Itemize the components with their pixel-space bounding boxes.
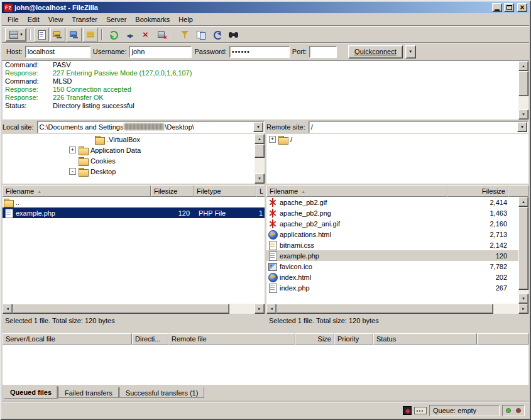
menu-item-transfer[interactable]: Transfer xyxy=(67,14,102,25)
local-tree-icon xyxy=(53,30,63,39)
port-input[interactable] xyxy=(309,46,337,58)
column-header-filetype[interactable]: Filetype xyxy=(194,185,256,197)
maximize-icon xyxy=(506,5,512,10)
remote-site-combo[interactable]: / ▼ xyxy=(309,121,528,133)
column-header-size[interactable]: Size xyxy=(295,333,334,345)
directory-comparison-button[interactable] xyxy=(194,28,209,41)
toggle-local-tree-button[interactable] xyxy=(50,28,65,41)
password-input[interactable] xyxy=(229,46,290,58)
tree-item-application-data[interactable]: + Application Data xyxy=(3,145,265,155)
image-file-icon xyxy=(268,198,278,207)
php-file-icon xyxy=(4,209,14,218)
tree-item-cookies[interactable]: Cookies xyxy=(3,155,265,166)
menu-item-bookmarks[interactable]: Bookmarks xyxy=(131,14,174,25)
column-label: Status xyxy=(376,335,396,343)
remote-file-row[interactable]: index.php267 xyxy=(266,282,528,293)
tree-item-virtualbox[interactable]: .VirtualBox xyxy=(3,134,265,145)
expand-icon[interactable]: + xyxy=(69,146,76,153)
scroll-up-icon[interactable]: ▲ xyxy=(518,61,528,71)
scroll-down-icon[interactable]: ▼ xyxy=(255,174,265,184)
remote-file-row[interactable]: apache_pb2.png1,463 xyxy=(266,207,528,218)
scrollbar-thumb[interactable] xyxy=(518,207,528,290)
toggle-remote-tree-button[interactable] xyxy=(67,28,82,41)
column-header-direction[interactable]: Directi... xyxy=(132,333,168,345)
scrollbar-thumb[interactable] xyxy=(276,304,493,314)
scroll-down-icon[interactable]: ▼ xyxy=(518,109,528,119)
column-header-filename[interactable]: Filename▲ xyxy=(266,185,447,197)
remote-file-row-selected[interactable]: example.php120 xyxy=(266,250,518,261)
tab-successful-transfers[interactable]: Successful transfers (1) xyxy=(119,387,205,398)
remote-file-row[interactable]: applications.html2,713 xyxy=(266,229,528,240)
remote-file-row[interactable]: apache_pb2.gif2,414 xyxy=(266,197,528,207)
password-label: Password: xyxy=(194,48,226,55)
username-input[interactable] xyxy=(129,46,192,58)
scroll-right-icon[interactable]: ► xyxy=(518,304,528,314)
filter-button[interactable] xyxy=(177,28,192,41)
quickconnect-button[interactable]: Quickconnect xyxy=(348,45,403,58)
transfer-queue-icon xyxy=(85,30,96,39)
scroll-up-icon[interactable]: ▲ xyxy=(518,197,528,207)
maximize-button[interactable] xyxy=(504,3,514,12)
scroll-down-icon[interactable]: ▼ xyxy=(518,294,528,304)
site-manager-button[interactable]: ▼ xyxy=(5,28,26,41)
column-header-status[interactable]: Status xyxy=(373,333,477,345)
scrollbar-thumb[interactable] xyxy=(13,304,229,314)
expand-icon[interactable]: + xyxy=(269,136,276,143)
remote-vertical-scrollbar[interactable]: ▲ ▼ xyxy=(518,197,528,304)
menu-item-edit[interactable]: Edit xyxy=(23,14,44,25)
tree-item-desktop[interactable]: - Desktop xyxy=(3,166,265,177)
column-header-filesize[interactable]: Filesize xyxy=(447,185,508,197)
cancel-transfer-button[interactable] xyxy=(138,28,153,41)
window-title: john@localhost - FileZilla xyxy=(14,4,490,11)
menu-item-view[interactable]: View xyxy=(44,14,68,25)
menu-item-help[interactable]: Help xyxy=(174,14,197,25)
menu-item-file[interactable]: File xyxy=(3,14,23,25)
find-files-button[interactable] xyxy=(226,28,241,41)
toggle-message-log-button[interactable] xyxy=(34,28,49,41)
refresh-button[interactable] xyxy=(106,28,121,41)
column-header-priority[interactable]: Priority xyxy=(334,333,373,345)
minimize-button[interactable] xyxy=(492,3,502,12)
toggle-transfer-queue-button[interactable] xyxy=(83,28,98,41)
scrollbar-thumb[interactable] xyxy=(255,144,265,158)
local-horizontal-scrollbar[interactable]: ◄ ► xyxy=(3,304,265,314)
remote-horizontal-scrollbar[interactable]: ◄ ► xyxy=(266,304,528,314)
scroll-left-icon[interactable]: ◄ xyxy=(266,304,276,314)
process-queue-button[interactable] xyxy=(122,28,137,41)
menu-item-server[interactable]: Server xyxy=(102,14,131,25)
remote-file-row[interactable]: favicon.ico7,782 xyxy=(266,261,528,272)
local-site-combo[interactable]: C:\Documents and Settings\Desktop\ ▼ xyxy=(37,121,265,133)
column-header-remote-file[interactable]: Remote file xyxy=(168,333,295,345)
column-header-server-local-file[interactable]: Server/Local file xyxy=(3,333,132,345)
tab-queued-files[interactable]: Queued files xyxy=(4,386,58,399)
column-header-lastmodified[interactable]: L xyxy=(256,185,265,197)
titlebar[interactable]: Fz john@localhost - FileZilla × xyxy=(2,2,529,13)
synchronized-browsing-button[interactable] xyxy=(210,28,225,41)
tree-item-root[interactable]: + / xyxy=(266,134,528,145)
scrollbar-thumb[interactable] xyxy=(518,71,528,96)
column-header-filename[interactable]: Filename▲ xyxy=(3,185,151,197)
quickconnect-dropdown-button[interactable]: ▼ xyxy=(405,45,416,58)
log-scrollbar[interactable]: ▲ ▼ xyxy=(518,61,528,119)
scroll-left-icon[interactable]: ◄ xyxy=(3,304,13,314)
column-header-filesize[interactable]: Filesize xyxy=(151,185,194,197)
scroll-up-icon[interactable]: ▲ xyxy=(255,134,265,144)
tab-failed-transfers[interactable]: Failed transfers xyxy=(58,387,119,398)
tree-item-label: Cookies xyxy=(90,157,116,165)
local-file-row-selected[interactable]: example.php 120 PHP File 1 xyxy=(3,207,265,218)
column-label: Filename xyxy=(270,187,298,195)
local-file-row[interactable]: .. xyxy=(3,197,265,207)
remote-file-row[interactable]: bitnami.css2,142 xyxy=(266,240,528,250)
remote-file-row[interactable]: apache_pb2_ani.gif2,160 xyxy=(266,218,528,229)
scroll-right-icon[interactable]: ► xyxy=(255,304,265,314)
local-tree-scrollbar[interactable]: ▲ ▼ xyxy=(255,134,265,184)
host-input[interactable] xyxy=(25,46,90,58)
remote-site-dropdown-button[interactable]: ▼ xyxy=(517,122,527,132)
local-site-label: Local site: xyxy=(3,123,37,131)
remote-file-row[interactable]: index.html202 xyxy=(266,272,528,282)
disconnect-button[interactable] xyxy=(155,28,170,41)
local-site-dropdown-button[interactable]: ▼ xyxy=(253,122,263,132)
collapse-icon[interactable]: - xyxy=(69,168,76,175)
close-button[interactable]: × xyxy=(517,3,527,12)
local-status-text: Selected 1 file. Total size: 120 bytes xyxy=(3,314,265,327)
